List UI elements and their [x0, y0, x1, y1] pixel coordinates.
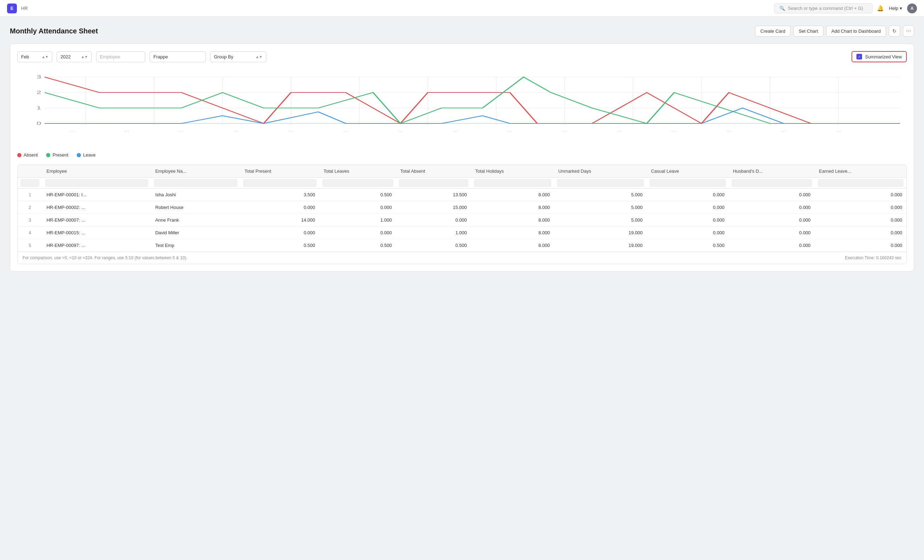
row-5-casual: 0.500	[647, 239, 729, 252]
row-2-husband: 0.000	[729, 201, 815, 214]
row-3-earned: 0.000	[815, 214, 906, 226]
row-4-present: 0.000	[240, 226, 320, 239]
present-dot	[46, 153, 50, 157]
row-5-emp-name: Test Emp	[151, 239, 240, 252]
svg-text:...: ...	[562, 129, 567, 133]
row-2-num: 2	[18, 201, 42, 214]
row-1-unmarked: 5.000	[554, 189, 647, 201]
row-5-husband: 0.000	[729, 239, 815, 252]
legend-absent: Absent	[17, 152, 38, 157]
row-1-absent: 13.500	[396, 189, 471, 201]
svg-text:...: ...	[343, 129, 348, 133]
employee-filter[interactable]: Employee	[96, 51, 146, 62]
svg-text:...: ...	[453, 129, 458, 133]
table-row: 5 HR-EMP-00097: ... Test Emp 0.500 0.500…	[18, 239, 906, 252]
table-filter-row	[18, 178, 906, 189]
svg-text:...: ...	[617, 129, 622, 133]
month-value: Feb	[21, 54, 29, 60]
row-1-leaves: 0.500	[320, 189, 396, 201]
col-total-absent: Total Absent	[396, 165, 471, 178]
table-row: 4 HR-EMP-00015: ... David Miller 0.000 0…	[18, 226, 906, 239]
page-title: Monthly Attendance Sheet	[10, 27, 98, 35]
row-1-holidays: 8.000	[471, 189, 554, 201]
svg-text:...: ...	[836, 129, 841, 133]
data-table: Employee Employee Na... Total Present To…	[17, 165, 907, 264]
row-3-casual: 0.000	[647, 214, 729, 226]
row-1-earned: 0.000	[815, 189, 906, 201]
table-row: 2 HR-EMP-00002: ... Robert House 0.000 0…	[18, 201, 906, 214]
refresh-icon: ↻	[892, 28, 897, 34]
row-4-earned: 0.000	[815, 226, 906, 239]
row-1-emp-id: HR-EMP-00001: I...	[42, 189, 151, 201]
svg-text:...: ...	[234, 129, 239, 133]
main-content: Monthly Attendance Sheet Create Card Set…	[0, 17, 924, 280]
avatar[interactable]: A	[907, 3, 917, 13]
year-value: 2022	[60, 54, 71, 60]
row-5-earned: 0.000	[815, 239, 906, 252]
summarized-view-toggle[interactable]: ✓ Summarized View	[852, 51, 907, 62]
company-value: Frappe	[153, 54, 168, 60]
set-chart-button[interactable]: Set Chart	[794, 26, 824, 37]
refresh-button[interactable]: ↻	[889, 25, 900, 37]
group-by-filter[interactable]: Group By ▲▼	[210, 51, 266, 62]
search-placeholder: Search or type a command (Ctrl + G)	[788, 6, 863, 11]
table-header-row: Employee Employee Na... Total Present To…	[18, 165, 906, 178]
row-4-unmarked: 19.000	[554, 226, 647, 239]
summarized-view-label: Summarized View	[865, 54, 902, 60]
year-filter[interactable]: 2022 ▲▼	[57, 51, 92, 62]
row-4-husband: 0.000	[729, 226, 815, 239]
svg-text:2: 2	[37, 90, 41, 95]
breadcrumb: HR	[21, 6, 28, 11]
leave-label: Leave	[83, 152, 95, 157]
svg-text:...: ...	[672, 129, 677, 133]
more-icon: ⋯	[906, 28, 911, 34]
table-footer: For comparison, use >5, <10 or =324. For…	[18, 252, 906, 264]
row-1-present: 3.500	[240, 189, 320, 201]
row-5-num: 5	[18, 239, 42, 252]
row-3-emp-id: HR-EMP-00007: ...	[42, 214, 151, 226]
svg-text:...: ...	[69, 129, 75, 133]
col-husbands-d: Husband's D...	[729, 165, 815, 178]
svg-text:3: 3	[37, 75, 41, 80]
svg-text:...: ...	[507, 129, 513, 133]
help-menu[interactable]: Help ▾	[889, 6, 902, 11]
row-3-absent: 0.000	[396, 214, 471, 226]
row-5-holidays: 8.000	[471, 239, 554, 252]
notifications-icon[interactable]: 🔔	[877, 5, 884, 12]
execution-time: Execution Time: 0.160243 sec	[845, 255, 902, 260]
row-5-absent: 0.500	[396, 239, 471, 252]
table-row: 1 HR-EMP-00001: I... Isha Joshi 3.500 0.…	[18, 189, 906, 201]
main-card: Feb ▲▼ 2022 ▲▼ Employee Frappe Group By …	[10, 43, 914, 271]
breadcrumb-parent[interactable]: HR	[21, 6, 28, 11]
create-card-button[interactable]: Create Card	[755, 26, 790, 37]
more-options-button[interactable]: ⋯	[903, 25, 914, 37]
svg-text:0: 0	[37, 121, 41, 126]
table-row: 3 HR-EMP-00007: ... Anne Frank 14.000 1.…	[18, 214, 906, 226]
row-4-leaves: 0.000	[320, 226, 396, 239]
company-filter[interactable]: Frappe	[150, 51, 206, 62]
add-chart-button[interactable]: Add Chart to Dashboard	[826, 26, 886, 37]
svg-text:...: ...	[179, 129, 184, 133]
row-5-unmarked: 19.000	[554, 239, 647, 252]
row-5-leaves: 0.500	[320, 239, 396, 252]
row-4-emp-name: David Miller	[151, 226, 240, 239]
col-casual-leave: Casual Leave	[647, 165, 729, 178]
row-4-absent: 1.000	[396, 226, 471, 239]
group-by-placeholder: Group By	[214, 54, 233, 60]
attendance-chart: 3 2 1 0 ... ... ... ... ... ... ..	[17, 69, 907, 147]
chart-area: 3 2 1 0 ... ... ... ... ... ... ..	[17, 69, 907, 147]
row-3-present: 14.000	[240, 214, 320, 226]
legend-present: Present	[46, 152, 68, 157]
row-2-unmarked: 5.000	[554, 201, 647, 214]
row-2-casual: 0.000	[647, 201, 729, 214]
help-label: Help	[889, 6, 898, 11]
svg-text:...: ...	[124, 129, 129, 133]
row-4-casual: 0.000	[647, 226, 729, 239]
col-employee-name: Employee Na...	[151, 165, 240, 178]
absent-label: Absent	[24, 152, 38, 157]
summarized-view-checkbox: ✓	[856, 54, 862, 60]
row-1-casual: 0.000	[647, 189, 729, 201]
month-filter[interactable]: Feb ▲▼	[17, 51, 52, 62]
search-bar[interactable]: 🔍 Search or type a command (Ctrl + G)	[774, 3, 873, 13]
row-4-num: 4	[18, 226, 42, 239]
